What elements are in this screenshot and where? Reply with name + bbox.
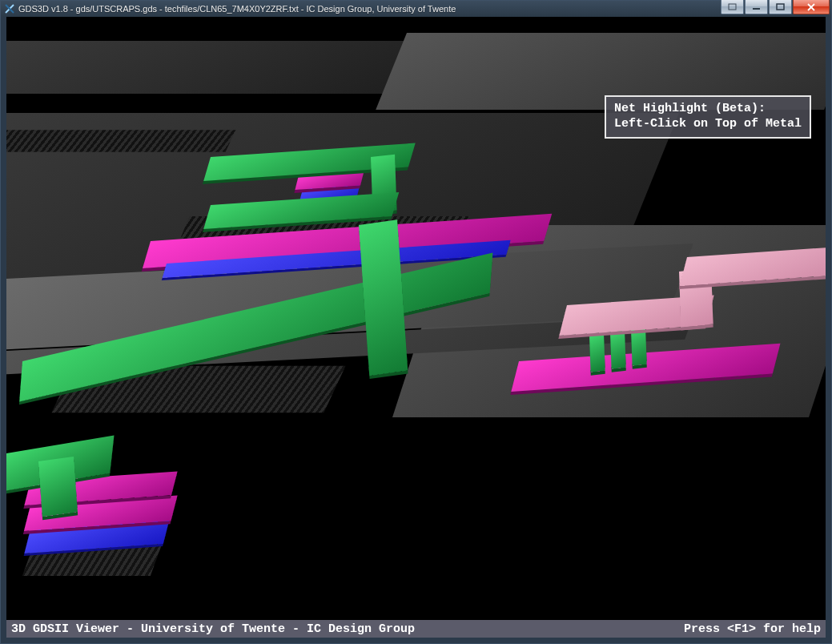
title-bar[interactable]: GDS3D v1.8 - gds/UTSCRAPS.gds - techfile…: [1, 1, 831, 17]
net-highlight-hint: Net Highlight (Beta): Left-Click on Top …: [605, 95, 811, 139]
minimize-button[interactable]: [745, 0, 768, 14]
minimize-blank-button[interactable]: [721, 0, 744, 14]
status-bar: 3D GDSII Viewer - University of Twente -…: [6, 620, 826, 638]
client-area: Net Highlight (Beta): Left-Click on Top …: [6, 17, 826, 638]
window-title: GDS3D v1.8 - gds/UTSCRAPS.gds - techfile…: [18, 4, 456, 14]
hint-line-2: Left-Click on Top of Metal: [614, 117, 802, 132]
app-icon: [4, 3, 15, 14]
svg-rect-2: [729, 4, 736, 10]
maximize-button[interactable]: [769, 0, 792, 14]
svg-rect-4: [777, 4, 784, 10]
window-controls: [720, 0, 830, 14]
app-window: GDS3D v1.8 - gds/UTSCRAPS.gds - techfile…: [0, 0, 832, 644]
status-right: Press <F1> for help: [684, 622, 821, 636]
hint-line-1: Net Highlight (Beta):: [614, 102, 802, 117]
status-left: 3D GDSII Viewer - University of Twente -…: [11, 622, 415, 636]
3d-viewport[interactable]: Net Highlight (Beta): Left-Click on Top …: [6, 17, 826, 620]
svg-rect-3: [753, 8, 760, 10]
close-button[interactable]: [793, 0, 830, 14]
